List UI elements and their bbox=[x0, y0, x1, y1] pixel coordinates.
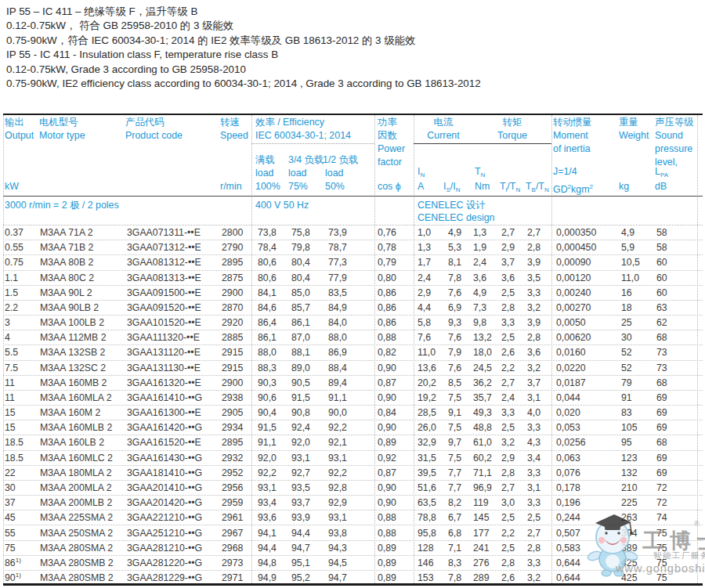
table-body: 0.37M3AA 71A 23GAA071311-••E280073,875,8… bbox=[3, 225, 703, 585]
table-cell: 2938 bbox=[220, 392, 251, 403]
table-cell: 3GAA071311-••E bbox=[125, 227, 220, 238]
table-cell: 0,90 bbox=[374, 392, 414, 403]
table-cell: M3AA 90L 2 bbox=[38, 287, 125, 298]
table-cell: 3,3 bbox=[526, 467, 551, 478]
table-cell: 3GAA111320-••E bbox=[125, 332, 220, 343]
table-cell: 60 bbox=[653, 257, 703, 268]
table-row: 55M3AA 250SMA 23GAA251210-••G296794,194,… bbox=[3, 525, 703, 540]
col-header-inertia-zh: 转动惯量 bbox=[553, 117, 592, 128]
table-cell: 2,5 bbox=[500, 332, 526, 343]
table-cell: M3AA 160MLA 2 bbox=[38, 392, 125, 403]
table-cell: 4 bbox=[3, 332, 38, 343]
table-cell: 3,3 bbox=[526, 287, 551, 298]
table-cell: 9,8 bbox=[472, 317, 500, 328]
table-cell: 3GAA201410-••G bbox=[125, 482, 220, 493]
current-torque-header-divider bbox=[414, 143, 551, 144]
table-cell: 79 bbox=[617, 377, 653, 388]
table-cell: 8,1 bbox=[443, 257, 472, 268]
table-cell: 84,6 bbox=[251, 302, 288, 313]
col-header-inertia-j: J=1/4 bbox=[553, 167, 577, 177]
col-header-pf-en2: factor bbox=[378, 157, 402, 168]
table-row: 0.55M3AA 71B 23GAA071312-••E279078,479,8… bbox=[3, 240, 703, 255]
table-cell: 2,4 bbox=[472, 257, 500, 268]
table-cell: 0,178 bbox=[551, 482, 617, 493]
table-cell: 63 bbox=[653, 302, 703, 313]
table-cell: 60 bbox=[653, 287, 703, 298]
table-cell: 58 bbox=[653, 242, 703, 253]
table-cell: 3GAA071312-••E bbox=[125, 242, 220, 253]
table-cell: 22 bbox=[3, 467, 38, 478]
table-cell: 92,7 bbox=[288, 467, 325, 478]
table-cell: 95 bbox=[617, 437, 653, 448]
table-cell: 4,9 bbox=[472, 287, 500, 298]
col-header-output-unit: kW bbox=[5, 182, 19, 192]
table-cell: 8,5 bbox=[443, 377, 472, 388]
table-cell: 2973 bbox=[220, 557, 251, 568]
table-cell: 3GAA161430-••G bbox=[125, 453, 220, 464]
table-cell: 78,4 bbox=[251, 242, 288, 253]
table-cell: 0,583 bbox=[551, 543, 617, 554]
table-cell: 92,8 bbox=[325, 482, 374, 493]
table-cell: 2895 bbox=[220, 437, 251, 448]
table-cell: 71,1 bbox=[472, 467, 500, 478]
table-cell: 90,5 bbox=[288, 377, 325, 388]
col-header-output-zh: 输出 bbox=[5, 117, 24, 128]
table-cell: 68 bbox=[653, 437, 703, 448]
table-cell: 93,1 bbox=[288, 453, 325, 464]
table-cell: 63,5 bbox=[414, 497, 443, 508]
spec-note-line: 0.12-0.75kW， 符合 GB 25958-2010 的 3 级能效 bbox=[6, 19, 481, 33]
table-cell: 75 bbox=[653, 528, 703, 539]
table-row: 0.37M3AA 71A 23GAA071311-••E280073,875,8… bbox=[3, 225, 703, 240]
table-cell: 92,2 bbox=[251, 467, 288, 478]
table-cell: M3AA 280SMB 2 bbox=[38, 557, 125, 568]
table-cell: 74 bbox=[653, 512, 703, 523]
table-cell: 2,7 bbox=[500, 377, 526, 388]
table-row: 901)M3AA 280SMB 23GAA281229-••G297194,99… bbox=[3, 571, 703, 585]
col-header-eff100-en: load bbox=[255, 168, 273, 179]
table-cell: 3 bbox=[3, 317, 38, 328]
table-cell: 15 bbox=[3, 407, 38, 418]
table-cell: 0,00620 bbox=[551, 332, 617, 343]
table-row: 4M3AA 112MB 23GAA111320-••E288586,187,08… bbox=[3, 330, 703, 345]
table-cell: 45 bbox=[3, 512, 38, 523]
table-cell: 73,9 bbox=[325, 227, 374, 238]
table-cell: 289 bbox=[472, 572, 500, 583]
table-cell: 7,7 bbox=[443, 482, 472, 493]
table-cell: 84,0 bbox=[325, 317, 374, 328]
table-cell: 2915 bbox=[220, 363, 251, 373]
table-cell: 3GAA101520-••E bbox=[125, 317, 220, 328]
table-cell: 6,9 bbox=[443, 302, 472, 313]
table-cell: 0,044 bbox=[551, 392, 617, 403]
col-header-eff100-pct: 100% bbox=[255, 182, 280, 192]
table-cell: 93,1 bbox=[251, 482, 288, 493]
table-cell: 389 bbox=[617, 543, 653, 554]
table-cell: 901) bbox=[3, 572, 38, 583]
table-cell: 3GAA161520-••E bbox=[125, 437, 220, 448]
table-row: 18.5M3AA 160LB 23GAA161520-••E289591,192… bbox=[3, 435, 703, 450]
table-row: 2.2M3AA 90LB 23GAA091520-••E287084,685,7… bbox=[3, 301, 703, 316]
table-cell: 3,3 bbox=[526, 497, 551, 508]
table-cell: 0,88 bbox=[374, 528, 414, 539]
table-cell: 69 bbox=[653, 392, 703, 403]
table-row: 0.75M3AA 80B 23GAA081312-••E289580,680,4… bbox=[3, 255, 703, 270]
table-cell: 0,644 bbox=[551, 572, 617, 583]
table-cell: M3AA 160MLC 2 bbox=[38, 453, 125, 464]
table-cell: 7,5 bbox=[443, 453, 472, 464]
table-cell: 2971 bbox=[220, 572, 251, 583]
table-cell: 62 bbox=[653, 317, 703, 328]
col-header-torque-en: Torque bbox=[473, 131, 551, 141]
table-group-row: 3000 r/min = 2 极 / 2 poles 400 V 50 Hz C… bbox=[3, 197, 703, 225]
table-cell: 2961 bbox=[220, 512, 251, 523]
table-cell: 0,90 bbox=[374, 422, 414, 433]
table-cell: 0.75 bbox=[3, 257, 38, 268]
table-cell: 2.2 bbox=[3, 302, 38, 313]
table-cell: 58 bbox=[653, 227, 703, 238]
poles-label: 3000 r/min = 2 极 / 2 poles bbox=[5, 200, 119, 212]
col-header-code-zh: 产品代码 bbox=[125, 117, 164, 128]
table-cell: 72 bbox=[653, 482, 703, 493]
table-row: 37M3AA 200MLB 23GAA201420-••G295993,493,… bbox=[3, 496, 703, 510]
table-cell: 3,5 bbox=[526, 272, 551, 283]
table-cell: 95,8 bbox=[414, 528, 443, 539]
table-row: 5.5M3AA 132SB 23GAA131120-••E291588,088,… bbox=[3, 345, 703, 360]
table-cell: 36,2 bbox=[472, 377, 500, 388]
